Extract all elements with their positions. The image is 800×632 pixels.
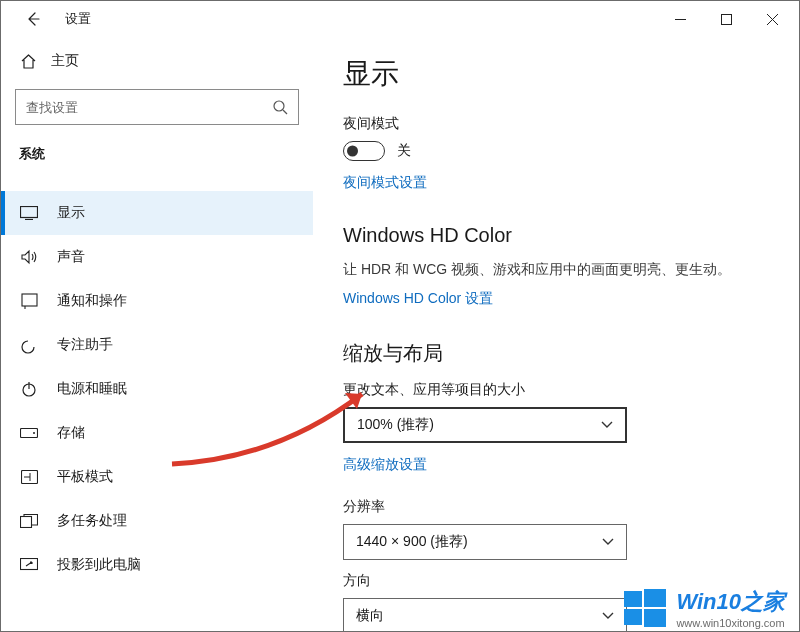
storage-icon <box>19 428 39 438</box>
section-label: 系统 <box>1 139 313 173</box>
svg-rect-0 <box>721 14 731 24</box>
windows-logo-icon <box>624 587 666 629</box>
sidebar-item-notifications[interactable]: 通知和操作 <box>1 279 313 323</box>
power-icon <box>19 381 39 397</box>
watermark-brand: Win10 <box>676 589 741 614</box>
watermark-brand-zh: 之家 <box>741 589 785 614</box>
chevron-down-icon <box>601 421 613 429</box>
svg-point-6 <box>33 432 35 434</box>
resolution-value: 1440 × 900 (推荐) <box>356 533 468 551</box>
chevron-down-icon <box>602 538 614 546</box>
sidebar-item-label: 存储 <box>57 424 85 442</box>
nightlight-settings-link[interactable]: 夜间模式设置 <box>343 174 427 192</box>
sidebar-item-sound[interactable]: 声音 <box>1 235 313 279</box>
text-size-select[interactable]: 100% (推荐) <box>343 407 627 443</box>
text-size-value: 100% (推荐) <box>357 416 434 434</box>
sidebar-item-tablet[interactable]: 平板模式 <box>1 455 313 499</box>
svg-rect-3 <box>22 294 37 306</box>
back-button[interactable] <box>17 3 49 35</box>
watermark-url: www.win10xitong.com <box>676 617 785 629</box>
arrow-left-icon <box>25 11 41 27</box>
search-container <box>1 79 313 139</box>
projecting-icon <box>19 558 39 572</box>
nightlight-state: 关 <box>397 142 411 160</box>
sidebar-item-label: 多任务处理 <box>57 512 127 530</box>
nightlight-toggle[interactable] <box>343 141 385 161</box>
close-button[interactable] <box>749 3 795 35</box>
maximize-icon <box>721 14 732 25</box>
sidebar-item-display[interactable]: 显示 <box>1 191 313 235</box>
home-icon <box>19 53 37 70</box>
tablet-icon <box>19 470 39 484</box>
hdcolor-desc: 让 HDR 和 WCG 视频、游戏和应用中的画面更明亮、更生动。 <box>343 261 789 279</box>
minimize-button[interactable] <box>657 3 703 35</box>
sidebar-item-label: 电源和睡眠 <box>57 380 127 398</box>
hdcolor-link[interactable]: Windows HD Color 设置 <box>343 290 493 308</box>
sidebar-item-multitasking[interactable]: 多任务处理 <box>1 499 313 543</box>
svg-rect-11 <box>644 589 666 607</box>
minimize-icon <box>675 14 686 25</box>
svg-rect-12 <box>624 609 642 625</box>
multitasking-icon <box>19 514 39 528</box>
advanced-scaling-link[interactable]: 高级缩放设置 <box>343 456 427 474</box>
sidebar: 主页 系统 显示 声音 通知和 <box>1 37 313 631</box>
sidebar-item-power[interactable]: 电源和睡眠 <box>1 367 313 411</box>
sidebar-item-focus-assist[interactable]: 专注助手 <box>1 323 313 367</box>
orientation-select[interactable]: 横向 <box>343 598 627 631</box>
content-area: 主页 系统 显示 声音 通知和 <box>1 37 799 631</box>
svg-rect-13 <box>644 609 666 627</box>
resolution-select[interactable]: 1440 × 900 (推荐) <box>343 524 627 560</box>
sidebar-item-projecting[interactable]: 投影到此电脑 <box>1 543 313 587</box>
home-label: 主页 <box>51 52 79 70</box>
nav-list: 显示 声音 通知和操作 专注助手 电源和睡眠 <box>1 191 313 587</box>
watermark: Win10之家 www.win10xitong.com <box>624 587 785 629</box>
sidebar-item-label: 平板模式 <box>57 468 113 486</box>
scale-title: 缩放与布局 <box>343 340 789 367</box>
hdcolor-title: Windows HD Color <box>343 224 789 247</box>
sidebar-item-label: 显示 <box>57 204 85 222</box>
sound-icon <box>19 249 39 265</box>
toggle-knob <box>347 146 358 157</box>
sidebar-item-label: 专注助手 <box>57 336 113 354</box>
svg-point-1 <box>274 101 284 111</box>
resolution-label: 分辨率 <box>343 498 789 516</box>
sidebar-item-label: 投影到此电脑 <box>57 556 141 574</box>
home-nav[interactable]: 主页 <box>1 43 313 79</box>
svg-rect-10 <box>624 591 642 607</box>
nightlight-label: 夜间模式 <box>343 115 789 133</box>
nightlight-toggle-row: 关 <box>343 141 789 161</box>
orientation-value: 横向 <box>356 607 384 625</box>
page-title: 显示 <box>343 55 789 93</box>
text-size-label: 更改文本、应用等项目的大小 <box>343 381 789 399</box>
svg-rect-2 <box>21 207 38 218</box>
settings-window: 设置 主页 系统 <box>0 0 800 632</box>
chevron-down-icon <box>602 612 614 620</box>
sidebar-item-label: 声音 <box>57 248 85 266</box>
notifications-icon <box>19 293 39 310</box>
search-icon <box>272 99 288 115</box>
close-icon <box>767 14 778 25</box>
svg-rect-8 <box>21 517 32 528</box>
sidebar-item-label: 通知和操作 <box>57 292 127 310</box>
display-icon <box>19 206 39 220</box>
search-input[interactable] <box>26 100 272 115</box>
sidebar-item-storage[interactable]: 存储 <box>1 411 313 455</box>
titlebar: 设置 <box>1 1 799 37</box>
search-input-box[interactable] <box>15 89 299 125</box>
main-panel: 显示 夜间模式 关 夜间模式设置 Windows HD Color 让 HDR … <box>313 37 799 631</box>
maximize-button[interactable] <box>703 3 749 35</box>
focus-assist-icon <box>19 337 39 354</box>
window-title: 设置 <box>65 10 91 28</box>
